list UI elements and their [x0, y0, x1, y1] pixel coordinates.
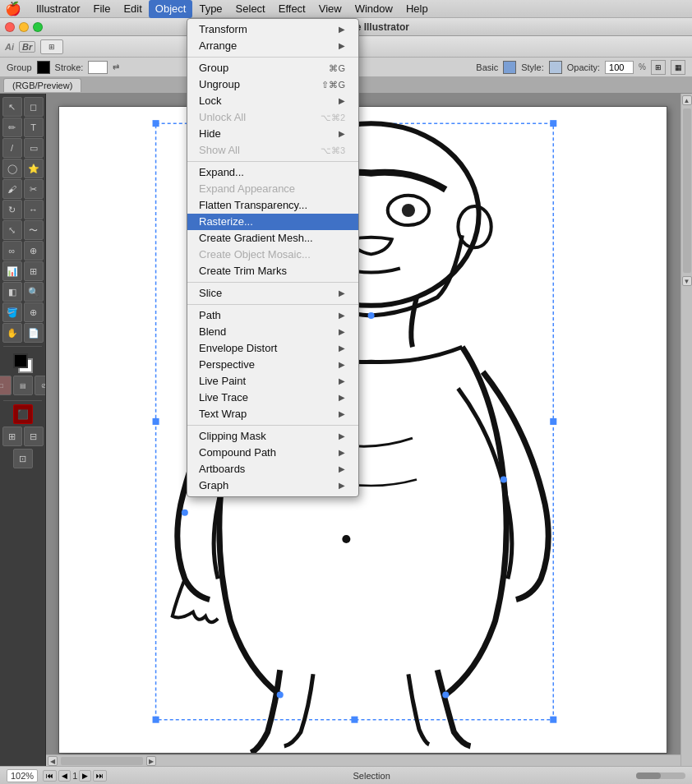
direct-select-tool[interactable]: ◻	[24, 97, 44, 117]
style-swatch[interactable]	[503, 61, 516, 74]
scale-tool[interactable]: ⤡	[2, 220, 22, 240]
prev-page-btn[interactable]: ◀	[58, 770, 71, 782]
menu-illustrator[interactable]: Illustrator	[30, 0, 86, 18]
menu-blend[interactable]: Blend ▶	[187, 324, 358, 340]
menu-clipping-mask[interactable]: Clipping Mask ▶	[187, 428, 358, 445]
menu-compound-path[interactable]: Compound Path ▶	[187, 445, 358, 461]
canvas-svg	[59, 107, 667, 753]
scroll-up-btn[interactable]: ▲	[682, 95, 692, 105]
menu-gradient-mesh[interactable]: Create Gradient Mesh...	[187, 230, 358, 247]
menu-rasterize[interactable]: Rasterize...	[187, 214, 358, 230]
apple-menu-icon[interactable]: 🍎	[5, 1, 21, 16]
menu-file[interactable]: File	[86, 0, 117, 18]
menu-artboards[interactable]: Artboards ▶	[187, 461, 358, 477]
minimize-button[interactable]	[19, 22, 29, 32]
menu-type[interactable]: Type	[192, 0, 228, 18]
h-scroll-thumb[interactable]	[61, 757, 143, 765]
fill-color[interactable]	[13, 353, 28, 368]
select-tool[interactable]: ↖	[2, 97, 22, 117]
mode-selector[interactable]: ⊞	[40, 39, 63, 54]
menu-view[interactable]: View	[312, 0, 348, 18]
menu-trim-marks[interactable]: Create Trim Marks	[187, 263, 358, 279]
graph-tool[interactable]: 📊	[2, 261, 22, 281]
page-number: 1	[72, 771, 77, 781]
swap-icon[interactable]: ⇄	[113, 62, 119, 71]
menu-hide[interactable]: Hide ▶	[187, 126, 358, 142]
gradient-mode-btn[interactable]: ▤	[13, 376, 33, 395]
menu-lock[interactable]: Lock ▶	[187, 93, 358, 109]
scroll-right-btn[interactable]: ▶	[146, 756, 156, 766]
svg-rect-3	[550, 717, 556, 723]
close-button[interactable]	[5, 22, 15, 32]
menu-flatten-transparency[interactable]: Flatten Transparency...	[187, 197, 358, 214]
menu-slice[interactable]: Slice ▶	[187, 285, 358, 302]
menu-live-paint[interactable]: Live Paint ▶	[187, 373, 358, 390]
menu-select[interactable]: Select	[229, 0, 272, 18]
type-tool[interactable]: T	[24, 118, 44, 137]
menu-object-mosaic[interactable]: Create Object Mosaic...	[187, 247, 358, 263]
menu-path[interactable]: Path ▶	[187, 307, 358, 324]
menu-live-trace[interactable]: Live Trace ▶	[187, 390, 358, 406]
menu-transform[interactable]: Transform ▶	[187, 21, 358, 38]
line-tool[interactable]: /	[2, 138, 22, 158]
menu-unlock-all[interactable]: Unlock All ⌥⌘2	[187, 109, 358, 126]
page-tool[interactable]: 📄	[24, 323, 44, 343]
rect-tool[interactable]: ▭	[24, 138, 44, 158]
menu-group[interactable]: Group ⌘G	[187, 60, 358, 76]
extra-tool1[interactable]: ⊞	[2, 427, 22, 446]
opacity-input[interactable]: 100	[605, 61, 634, 74]
menu-effect[interactable]: Effect	[272, 0, 312, 18]
view-mode-btn2[interactable]: ▦	[671, 60, 685, 75]
menu-expand-appearance[interactable]: Expand Appearance	[187, 181, 358, 197]
menu-object[interactable]: Object	[149, 0, 193, 18]
mesh-tool[interactable]: ⊞	[24, 261, 44, 281]
menu-ungroup[interactable]: Ungroup ⇧⌘G	[187, 76, 358, 93]
zoom-level[interactable]: 102%	[7, 769, 38, 782]
doc-tab[interactable]: (RGB/Preview)	[3, 78, 81, 92]
tool-row-last: ⬛	[2, 404, 44, 424]
menu-show-all[interactable]: Show All ⌥⌘3	[187, 142, 358, 159]
change-screen-mode[interactable]: ⬛	[13, 404, 33, 424]
menu-help[interactable]: Help	[399, 0, 435, 18]
last-page-btn[interactable]: ⏭	[93, 770, 107, 782]
menu-window[interactable]: Window	[348, 0, 399, 18]
pen-tool[interactable]: ✏	[2, 118, 22, 137]
style-swatch2[interactable]	[549, 61, 562, 74]
stroke-swatch[interactable]	[88, 61, 108, 74]
maximize-button[interactable]	[33, 22, 43, 32]
scissors-tool[interactable]: ✂	[24, 179, 44, 199]
none-mode-btn[interactable]: ⊘	[35, 376, 47, 395]
blend-tool[interactable]: ∞	[2, 241, 22, 261]
paint-bucket-tool[interactable]: 🪣	[2, 302, 22, 322]
menu-arrange[interactable]: Arrange ▶	[187, 38, 358, 54]
menu-graph[interactable]: Graph ▶	[187, 477, 358, 494]
ellipse-tool[interactable]: ◯	[2, 159, 22, 178]
gradient-tool[interactable]: ◧	[2, 282, 22, 302]
extra-tool2[interactable]: ⊟	[24, 427, 44, 446]
menu-text-wrap[interactable]: Text Wrap ▶	[187, 406, 358, 422]
brush-tool[interactable]: 🖌	[2, 179, 22, 199]
eyedropper-tool[interactable]: 🔍	[24, 282, 44, 302]
view-nav[interactable]: ⊡	[13, 449, 33, 468]
menu-perspective[interactable]: Perspective ▶	[187, 357, 358, 373]
hand-tool[interactable]: ✋	[2, 323, 22, 343]
menu-expand[interactable]: Expand...	[187, 164, 358, 181]
scroll-down-btn[interactable]: ▼	[682, 276, 692, 286]
fill-swatch[interactable]	[37, 61, 50, 74]
reflect-tool[interactable]: ↔	[24, 200, 44, 219]
scroll-thumb[interactable]	[683, 108, 691, 273]
right-scrollbar[interactable]: ▲ ▼	[680, 94, 692, 766]
color-mode-btn[interactable]: □	[0, 376, 12, 395]
menu-edit[interactable]: Edit	[117, 0, 148, 18]
rotate-tool[interactable]: ↻	[2, 200, 22, 219]
zoom-tool[interactable]: ⊕	[24, 302, 44, 322]
menu-envelope-distort[interactable]: Envelope Distort ▶	[187, 340, 358, 357]
star-tool[interactable]: ⭐	[24, 159, 44, 178]
warp-tool[interactable]: 〜	[24, 220, 44, 240]
first-page-btn[interactable]: ⏮	[43, 770, 57, 782]
scroll-left-btn[interactable]: ◀	[48, 756, 58, 766]
view-mode-btn[interactable]: ⊞	[651, 60, 666, 75]
symbol-tool[interactable]: ⊕	[24, 241, 44, 261]
bottom-scrollbar[interactable]: ◀ ▶	[46, 754, 680, 766]
next-page-btn[interactable]: ▶	[79, 770, 91, 782]
